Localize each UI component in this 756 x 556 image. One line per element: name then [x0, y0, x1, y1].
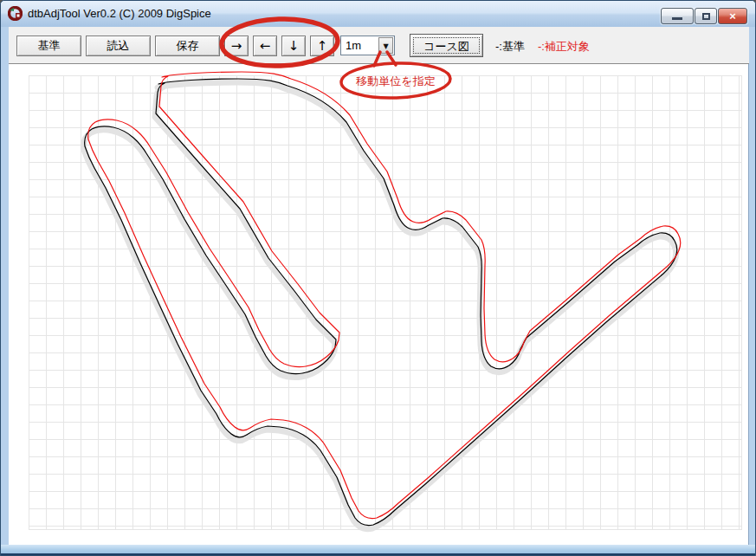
course-canvas: [9, 64, 749, 545]
toolbar: 基準 読込 保存 → ← ↓ ↑ 1m ▼ コース図 -:基準 -:補正対象: [9, 27, 749, 64]
dropdown-button[interactable]: ▼: [378, 37, 393, 54]
close-button[interactable]: ×: [718, 8, 747, 24]
arrow-right-icon: →: [231, 38, 242, 54]
app-icon: [8, 6, 23, 21]
legend-correction-target: -:補正対象: [538, 39, 590, 55]
arrow-down-icon: ↓: [288, 38, 300, 54]
move-left-button[interactable]: ←: [253, 36, 277, 56]
track-reference-line: [85, 79, 677, 526]
save-button[interactable]: 保存: [155, 36, 220, 56]
chevron-down-icon: ▼: [383, 42, 388, 50]
title-bar[interactable]: dtbAdjTool Ver0.2 (C) 2009 DigSpice ×: [1, 1, 756, 27]
move-right-button[interactable]: →: [224, 36, 249, 56]
focus-rectangle: [413, 37, 480, 54]
unit-dropdown-value: 1m: [346, 39, 361, 52]
arrow-left-icon: ←: [260, 38, 271, 54]
legend-reference: -:基準: [495, 39, 525, 55]
window-title: dtbAdjTool Ver0.2 (C) 2009 DigSpice: [28, 7, 211, 20]
minimize-icon: [672, 17, 682, 20]
app-window: dtbAdjTool Ver0.2 (C) 2009 DigSpice × 基準…: [0, 0, 756, 556]
track-plot: [9, 64, 749, 545]
minimize-button[interactable]: [661, 8, 694, 24]
close-icon: ×: [729, 10, 736, 23]
maximize-button[interactable]: [695, 8, 717, 24]
window-bottom-border: [1, 545, 756, 556]
maximize-icon: [702, 13, 710, 20]
reference-button[interactable]: 基準: [16, 36, 81, 56]
arrow-up-icon: ↑: [317, 38, 328, 54]
load-button[interactable]: 読込: [86, 36, 151, 56]
move-down-button[interactable]: ↓: [281, 36, 306, 56]
unit-dropdown[interactable]: 1m ▼: [340, 36, 395, 55]
course-map-button[interactable]: コース図: [410, 34, 483, 57]
track-underlay: [84, 82, 676, 529]
move-up-button[interactable]: ↑: [310, 36, 334, 56]
